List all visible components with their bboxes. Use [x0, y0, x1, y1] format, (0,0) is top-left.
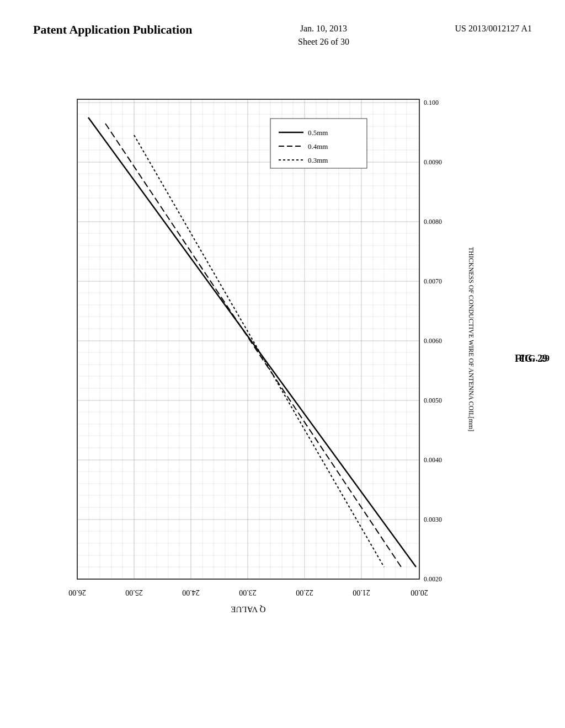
- chart-area: 26.00 25.00 24.00 23.00 22.00 21.00 20.0…: [33, 88, 486, 651]
- legend-03mm: 0.3mm: [308, 156, 328, 164]
- publication-date-sheet: Jan. 10, 2013 Sheet 26 of 30: [298, 22, 349, 49]
- y-tick-0050: 0.0050: [424, 397, 442, 404]
- x-tick-20: 20.00: [411, 588, 428, 597]
- svg-rect-1: [77, 99, 419, 579]
- y-tick-0080: 0.0080: [424, 218, 442, 226]
- x-tick-25: 25.00: [125, 588, 143, 597]
- fig-label: FIG. 29: [519, 353, 550, 364]
- legend-05mm: 0.5mm: [308, 129, 328, 137]
- y-tick-0090: 0.0090: [424, 158, 442, 166]
- chart-svg: 26.00 25.00 24.00 23.00 22.00 21.00 20.0…: [33, 88, 486, 651]
- y-tick-0020: 0.0020: [424, 575, 442, 583]
- x-tick-21: 21.00: [353, 588, 370, 597]
- y-axis-label: THICKNESS OF CONDUCTIVE WIRE OF ANTENNA …: [467, 247, 475, 431]
- y-tick-0040: 0.0040: [424, 456, 442, 464]
- x-tick-26: 26.00: [68, 588, 86, 597]
- page-header: Patent Application Publication Jan. 10, …: [0, 0, 565, 60]
- y-tick-100: 0.100: [424, 99, 439, 106]
- y-tick-0060: 0.0060: [424, 337, 442, 345]
- x-tick-24: 24.00: [182, 588, 200, 597]
- pub-date: Jan. 10, 2013: [300, 24, 347, 33]
- publication-number: US 2013/0012127 A1: [455, 22, 532, 35]
- publication-title: Patent Application Publication: [33, 22, 192, 38]
- y-tick-0070: 0.0070: [424, 277, 442, 285]
- x-axis-label: Q VALUE: [231, 605, 265, 614]
- legend-04mm: 0.4mm: [308, 142, 328, 151]
- y-tick-0030: 0.0030: [424, 516, 442, 523]
- x-tick-23: 23.00: [239, 588, 257, 597]
- x-tick-22: 22.00: [296, 588, 313, 597]
- sheet-info: Sheet 26 of 30: [298, 37, 349, 46]
